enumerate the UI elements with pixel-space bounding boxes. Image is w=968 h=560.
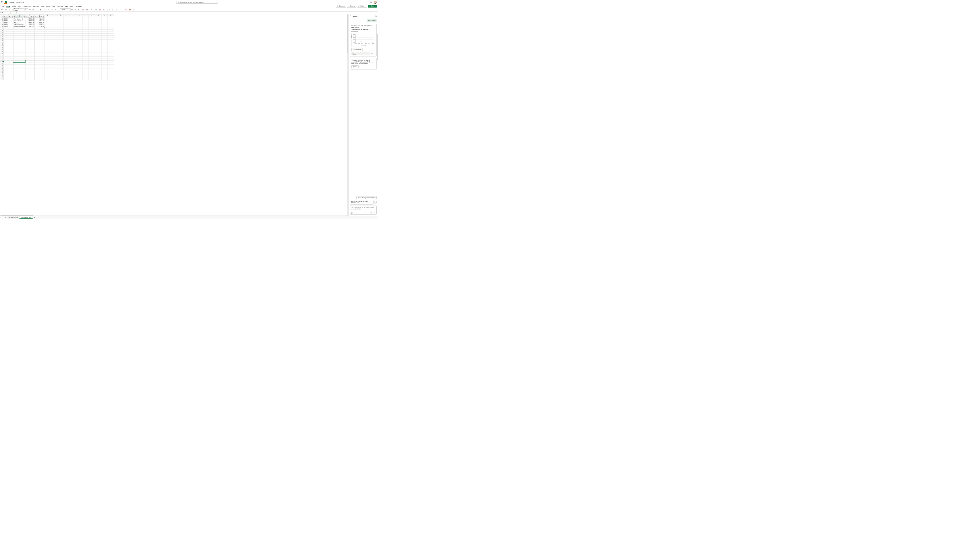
cell-C30[interactable] [25,72,34,74]
delete-cells-button[interactable] [99,8,103,11]
cell-C8[interactable] [25,30,34,31]
cell-D28[interactable] [34,68,45,70]
cell-D21[interactable] [34,55,45,56]
cell-B10[interactable] [13,33,25,35]
settings-icon[interactable] [370,1,372,3]
cell-F2[interactable] [51,18,57,20]
cell-E7[interactable] [45,28,51,30]
row-header-8[interactable]: 8 [0,30,3,31]
cell-H7[interactable] [63,28,70,30]
cell-D22[interactable] [34,57,45,58]
cell-B14[interactable] [13,41,25,43]
cell-J13[interactable] [76,39,82,41]
cell-A20[interactable] [3,53,13,55]
cell-F10[interactable] [51,33,57,35]
cell-B7[interactable] [13,28,25,30]
cell-E27[interactable] [45,66,51,68]
name-box[interactable]: B24 [0,12,11,14]
cell-B17[interactable] [13,47,25,49]
cell-M33[interactable] [95,78,101,80]
cell-B2[interactable]: Trey Research12 [13,18,25,20]
cell-styles-button[interactable] [90,8,93,11]
cell-E9[interactable] [45,31,51,33]
cell-K10[interactable] [83,33,89,35]
cell-K20[interactable] [83,53,89,55]
cell-G2[interactable] [57,18,63,20]
cell-O20[interactable] [108,53,114,55]
cell-K3[interactable] [83,20,89,22]
row-header-2[interactable]: 2 [0,18,3,20]
cell-J9[interactable] [76,31,82,33]
cell-H33[interactable] [63,78,70,80]
cell-E21[interactable] [45,55,51,56]
tab-review[interactable]: Review [45,5,51,8]
cell-N18[interactable] [101,49,108,51]
number-format-select[interactable]: General [60,8,71,11]
cell-D4[interactable]: 8,836.80 [34,22,45,24]
cell-B1[interactable]: CustomerName [13,16,25,18]
cell-D5[interactable]: 42,394.47 [34,24,45,26]
cell-I3[interactable] [70,20,76,22]
cell-N25[interactable] [101,63,108,64]
cell-K25[interactable] [83,63,89,64]
cell-M15[interactable] [95,43,101,45]
cell-N11[interactable] [101,35,108,37]
row-header-6[interactable]: 6 [0,26,3,28]
cell-L9[interactable] [89,31,95,33]
cell-D23[interactable] [34,58,45,60]
cell-J30[interactable] [76,72,82,74]
row-header-21[interactable]: 21 [0,55,3,56]
cell-E30[interactable] [45,72,51,74]
col-header-H[interactable]: H [63,14,70,16]
cell-C24[interactable] [25,60,34,62]
cell-M21[interactable] [95,55,101,56]
cell-M10[interactable] [95,33,101,35]
paste-button[interactable] [5,8,8,11]
cell-I27[interactable] [70,66,76,68]
suggestion-2-button[interactable]: Which customer has the lowest Amount2LCY… [350,200,373,205]
cell-F26[interactable] [51,64,57,66]
cell-M24[interactable] [95,60,101,62]
cell-D29[interactable] [34,70,45,72]
cell-H10[interactable] [63,33,70,35]
filter-button-AmountLCY[interactable] [33,17,34,18]
tab-view[interactable]: View [51,5,56,8]
cell-D17[interactable] [34,47,45,49]
cell-B22[interactable] [13,57,25,58]
cell-B13[interactable] [13,39,25,41]
row-header-7[interactable]: 7 [0,28,3,30]
cell-M29[interactable] [95,70,101,72]
cell-H30[interactable] [63,72,70,74]
cell-K23[interactable] [83,58,89,60]
sheet-tab-1[interactable]: Top Customer List [7,216,20,219]
cell-K32[interactable] [83,76,89,78]
cell-O27[interactable] [108,66,114,68]
search-input[interactable]: Search for tools, help, and more (Alt + … [176,1,218,4]
cell-E24[interactable] [45,60,51,62]
cell-O32[interactable] [108,76,114,78]
cell-E14[interactable] [45,41,51,43]
cell-K31[interactable] [83,74,89,76]
cell-E28[interactable] [45,68,51,70]
filter-button-CustomerNo[interactable] [12,17,13,18]
cell-G29[interactable] [57,70,63,72]
cell-C28[interactable] [25,68,34,70]
cell-O1[interactable] [108,16,114,18]
cell-N12[interactable] [101,38,108,39]
cell-F7[interactable] [51,28,57,30]
cell-H16[interactable] [63,45,70,47]
cell-L19[interactable] [89,51,95,53]
cell-M16[interactable] [95,45,101,47]
cell-C18[interactable] [25,49,34,51]
cell-O24[interactable] [108,60,114,62]
cell-N29[interactable] [101,70,108,72]
cell-D19[interactable] [34,51,45,53]
cell-D26[interactable] [34,64,45,66]
cell-F32[interactable] [51,76,57,78]
cell-B31[interactable] [13,74,25,76]
cell-E22[interactable] [45,57,51,58]
cell-K28[interactable] [83,68,89,70]
cell-J8[interactable] [76,30,82,31]
row-header-18[interactable]: 18 [0,49,3,51]
cell-M26[interactable] [95,64,101,66]
